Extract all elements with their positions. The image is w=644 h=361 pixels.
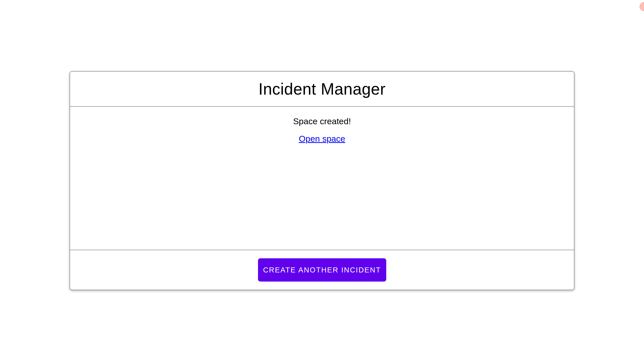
page-title: Incident Manager <box>259 80 386 98</box>
open-space-link[interactable]: Open space <box>299 133 345 144</box>
card-header: Incident Manager <box>70 72 574 106</box>
create-another-incident-button[interactable]: CREATE ANOTHER INCIDENT <box>258 258 386 282</box>
page-background: Incident Manager Space created! Open spa… <box>0 0 644 361</box>
incident-manager-card: Incident Manager Space created! Open spa… <box>70 71 574 290</box>
notification-dot <box>639 2 644 11</box>
card-body: Space created! Open space <box>70 107 574 250</box>
card-footer: CREATE ANOTHER INCIDENT <box>70 250 574 290</box>
status-message: Space created! <box>70 115 574 128</box>
